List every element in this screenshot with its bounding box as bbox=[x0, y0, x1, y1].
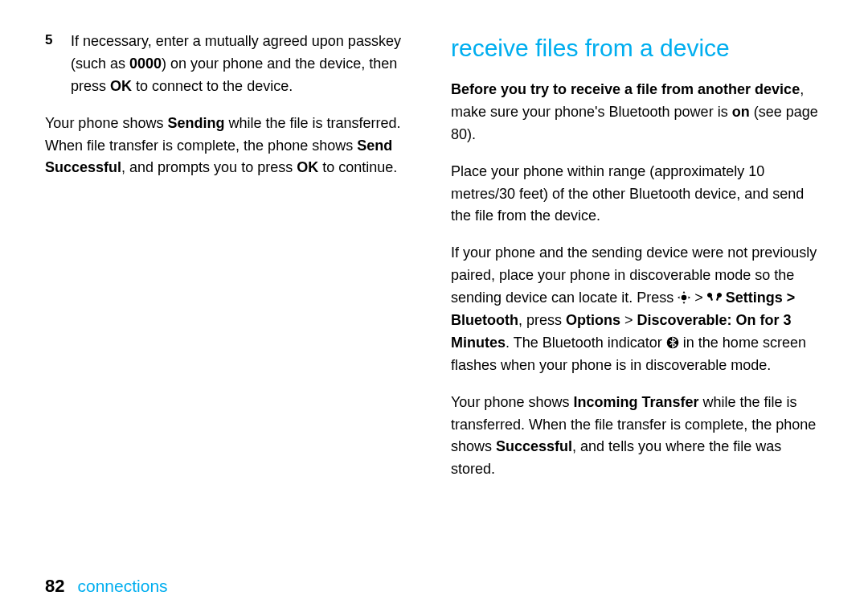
on-bold: on bbox=[732, 104, 750, 120]
section-heading: receive files from a device bbox=[451, 34, 823, 63]
tools-icon bbox=[707, 291, 722, 304]
bluetooth-icon bbox=[666, 336, 679, 349]
step-5-text: If necessary, enter a mutually agreed up… bbox=[71, 31, 417, 98]
text-fragment: , and prompts you to press bbox=[121, 159, 297, 175]
left-column: 5 If necessary, enter a mutually agreed … bbox=[45, 31, 417, 495]
right-column: receive files from a device Before you t… bbox=[451, 31, 823, 495]
chapter-label: connections bbox=[77, 577, 167, 595]
before-receive-bold: Before you try to receive a file from an… bbox=[451, 81, 800, 97]
incoming-transfer-label: Incoming Transfer bbox=[573, 394, 698, 410]
successful-label: Successful bbox=[496, 438, 572, 454]
text-fragment: , press bbox=[518, 312, 566, 328]
text-fragment: Your phone shows bbox=[451, 394, 573, 410]
manual-page: 5 If necessary, enter a mutually agreed … bbox=[0, 0, 868, 616]
two-column-layout: 5 If necessary, enter a mutually agreed … bbox=[45, 31, 823, 495]
discoverable-paragraph: If your phone and the sending device wer… bbox=[451, 242, 823, 376]
before-receive-paragraph: Before you try to receive a file from an… bbox=[451, 79, 823, 146]
svg-point-0 bbox=[682, 295, 687, 301]
passkey-0000: 0000 bbox=[129, 55, 162, 72]
ok-key: OK bbox=[110, 78, 132, 94]
step-number: 5 bbox=[45, 31, 59, 98]
text-fragment: to connect to the device. bbox=[132, 78, 293, 94]
center-key-icon bbox=[678, 291, 690, 304]
page-number: 82 bbox=[45, 576, 64, 596]
text-fragment: > bbox=[620, 312, 637, 328]
incoming-transfer-paragraph: Your phone shows Incoming Transfer while… bbox=[451, 392, 823, 482]
page-footer: 82connections bbox=[45, 576, 168, 597]
gt-separator: > bbox=[694, 290, 707, 306]
ok-key: OK bbox=[297, 159, 318, 175]
options-key: Options bbox=[566, 312, 620, 328]
text-fragment: to continue. bbox=[318, 159, 397, 175]
text-fragment: Your phone shows bbox=[45, 115, 167, 131]
step-5-row: 5 If necessary, enter a mutually agreed … bbox=[45, 31, 417, 98]
sending-paragraph: Your phone shows Sending while the file … bbox=[45, 113, 417, 180]
sending-label: Sending bbox=[167, 115, 224, 131]
text-fragment: . The Bluetooth indicator bbox=[506, 335, 666, 351]
range-paragraph: Place your phone within range (approxima… bbox=[451, 161, 823, 228]
